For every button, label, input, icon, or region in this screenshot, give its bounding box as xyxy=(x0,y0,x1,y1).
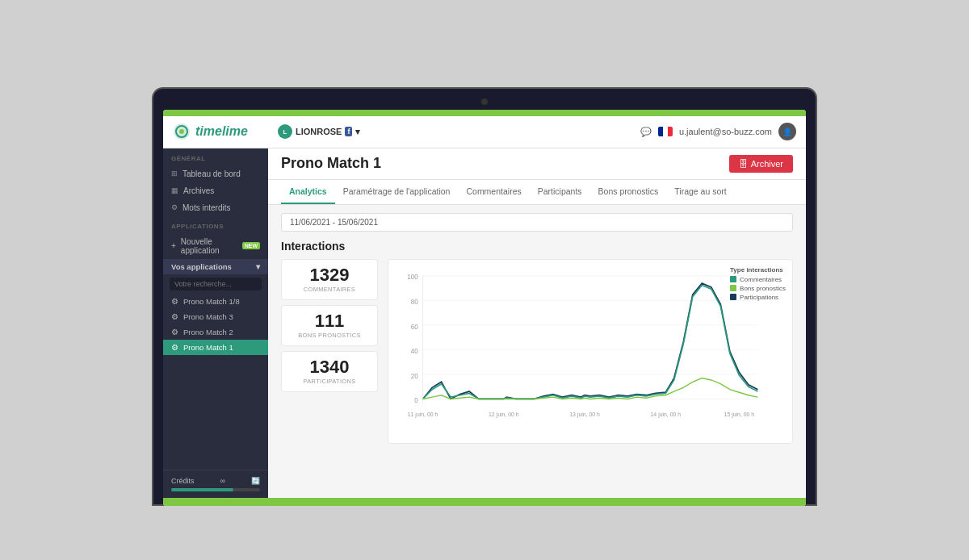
sidebar-item-label: Mots interdits xyxy=(182,203,230,212)
plus-icon: + xyxy=(171,241,176,250)
sidebar: GÉNÉRAL ⊞ Tableau de bord ▦ Archives ⚙ M… xyxy=(163,148,268,498)
tab-analytics[interactable]: Analytics xyxy=(281,180,335,204)
stat-card-bons: 111 BONS PRONOSTICS xyxy=(281,305,378,346)
svg-text:15 juin, 00 h: 15 juin, 00 h xyxy=(724,411,755,417)
credits-bar xyxy=(171,488,260,491)
chart-legend: Type interactions Commentaires Bons pron… xyxy=(730,266,786,303)
sidebar-item-blocked-words[interactable]: ⚙ Mots interdits xyxy=(163,199,268,216)
legend-dot-participations xyxy=(730,294,736,300)
vos-apps-toggle[interactable]: Vos applications ▾ xyxy=(163,259,268,274)
sidebar-item-prono-3[interactable]: ⚙ Prono Match 3 xyxy=(163,309,268,324)
stat-card-commentaires: 1329 COMMENTAIRES xyxy=(281,259,378,300)
language-flag[interactable] xyxy=(658,127,673,136)
stat-card-participations: 1340 PARTICIPATIONS xyxy=(281,351,378,392)
svg-point-2 xyxy=(179,129,184,134)
svg-text:0: 0 xyxy=(414,397,418,404)
tab-tirage[interactable]: Tirage au sort xyxy=(666,180,734,204)
new-app-label: Nouvelle application xyxy=(181,237,237,255)
new-badge: NEW xyxy=(242,242,260,249)
settings-icon: ⚙ xyxy=(171,203,178,211)
participations-line xyxy=(423,283,758,399)
svg-text:13 juin, 00 h: 13 juin, 00 h xyxy=(569,411,600,417)
credits-value: ∞ xyxy=(220,477,225,485)
app-icon: ⚙ xyxy=(171,297,178,306)
sidebar-search-input[interactable] xyxy=(170,278,262,290)
credits-row: Crédits ∞ 🔄 xyxy=(171,477,260,485)
tab-participants[interactable]: Participants xyxy=(530,180,590,204)
interactions-layout: 1329 COMMENTAIRES 111 BONS PRONOSTICS 13… xyxy=(281,259,793,444)
app-icon: ⚙ xyxy=(171,343,178,352)
stat-number-participations: 1340 xyxy=(290,358,369,376)
svg-text:11 juin, 00 h: 11 juin, 00 h xyxy=(408,411,438,417)
page-title: Prono Match 1 xyxy=(281,155,381,172)
tab-bons-pronostics[interactable]: Bons pronostics xyxy=(590,180,667,204)
archive-button[interactable]: 🗄 Archiver xyxy=(729,155,793,173)
date-range-input[interactable] xyxy=(281,213,793,232)
stat-number-commentaires: 1329 xyxy=(290,266,369,284)
legend-commentaires: Commentaires xyxy=(730,276,786,283)
svg-text:20: 20 xyxy=(411,372,418,379)
laptop-wrapper: timelime L LIONROSE f ▾ 💬 xyxy=(81,0,888,560)
svg-text:80: 80 xyxy=(411,298,418,305)
stat-number-bons: 111 xyxy=(290,312,369,330)
content-area: Prono Match 1 🗄 Archiver Analytics Param… xyxy=(268,148,806,498)
laptop-screen: timelime L LIONROSE f ▾ 💬 xyxy=(153,89,816,504)
webcam xyxy=(481,98,488,105)
dashboard-icon: ⊞ xyxy=(171,169,178,178)
archive-icon: 🗄 xyxy=(739,159,748,169)
company-name: LIONROSE xyxy=(296,127,342,136)
company-badge[interactable]: L LIONROSE f ▾ xyxy=(278,124,360,139)
refresh-icon: 🔄 xyxy=(251,477,260,485)
legend-label: Commentaires xyxy=(740,276,782,283)
credits-label: Crédits xyxy=(171,477,195,485)
sidebar-item-prono-2[interactable]: ⚙ Prono Match 2 xyxy=(163,324,268,340)
header-middle: L LIONROSE f ▾ xyxy=(278,124,640,139)
sidebar-item-new-app[interactable]: + Nouvelle application NEW xyxy=(163,233,268,259)
legend-label: Participations xyxy=(740,294,778,301)
facebook-icon: f xyxy=(345,127,352,136)
app-logo-text: timelime xyxy=(195,124,248,139)
header-right: 💬 u.jaulent@so-buzz.com 👤 xyxy=(640,123,796,140)
sidebar-apps-label: APPLICATIONS xyxy=(163,216,268,233)
sidebar-item-dashboard[interactable]: ⊞ Tableau de bord xyxy=(163,165,268,182)
company-icon: L xyxy=(278,124,292,139)
logo-icon xyxy=(173,123,191,140)
interactions-chart: 100 80 60 40 20 0 11 juin, 00 h 12 juin,… xyxy=(395,266,786,437)
stat-label-commentaires: COMMENTAIRES xyxy=(290,286,369,293)
sidebar-app-label: Prono Match 1 xyxy=(183,343,233,352)
commentaires-line xyxy=(423,285,758,399)
legend-bons: Bons pronostics xyxy=(730,285,786,292)
sidebar-app-label: Prono Match 2 xyxy=(183,328,233,336)
svg-text:14 juin, 00 h: 14 juin, 00 h xyxy=(651,411,682,417)
vos-apps-label: Vos applications xyxy=(171,262,232,271)
user-email: u.jaulent@so-buzz.com xyxy=(679,127,772,136)
interactions-label: Interactions xyxy=(281,240,793,253)
app-header: timelime L LIONROSE f ▾ 💬 xyxy=(163,116,806,148)
tab-commentaires[interactable]: Commentaires xyxy=(458,180,529,204)
legend-title: Type interactions xyxy=(730,266,786,274)
main-layout: GÉNÉRAL ⊞ Tableau de bord ▦ Archives ⚙ M… xyxy=(163,148,806,498)
tab-parametrage[interactable]: Paramétrage de l'application xyxy=(335,180,459,204)
chevron-down-icon: ▾ xyxy=(256,262,260,271)
main-content: Interactions 1329 COMMENTAIRES 111 xyxy=(268,205,806,498)
credits-bar-fill xyxy=(171,488,233,491)
sidebar-item-archives[interactable]: ▦ Archives xyxy=(163,182,268,199)
svg-text:40: 40 xyxy=(411,347,418,354)
chat-icon[interactable]: 💬 xyxy=(640,127,652,137)
sidebar-item-prono-1[interactable]: ⚙ Prono Match 1 xyxy=(163,340,268,355)
user-avatar[interactable]: 👤 xyxy=(778,123,796,140)
logo-area: timelime xyxy=(173,123,278,140)
chart-area: Type interactions Commentaires Bons pron… xyxy=(388,259,793,444)
archive-btn-label: Archiver xyxy=(751,159,783,169)
legend-label: Bons pronostics xyxy=(740,285,786,292)
sidebar-item-label: Archives xyxy=(183,186,214,195)
stat-label-bons: BONS PRONOSTICS xyxy=(290,332,369,339)
content-header: Prono Match 1 🗄 Archiver xyxy=(268,148,806,180)
legend-dot-bons xyxy=(730,285,736,291)
sidebar-item-prono-1-8[interactable]: ⚙ Prono Match 1/8 xyxy=(163,294,268,309)
screen-content: timelime L LIONROSE f ▾ 💬 xyxy=(163,110,806,506)
flag-red xyxy=(668,127,673,136)
stat-label-participations: PARTICIPATIONS xyxy=(290,378,369,385)
app-icon: ⚙ xyxy=(171,312,178,321)
sidebar-app-label: Prono Match 3 xyxy=(183,312,233,321)
